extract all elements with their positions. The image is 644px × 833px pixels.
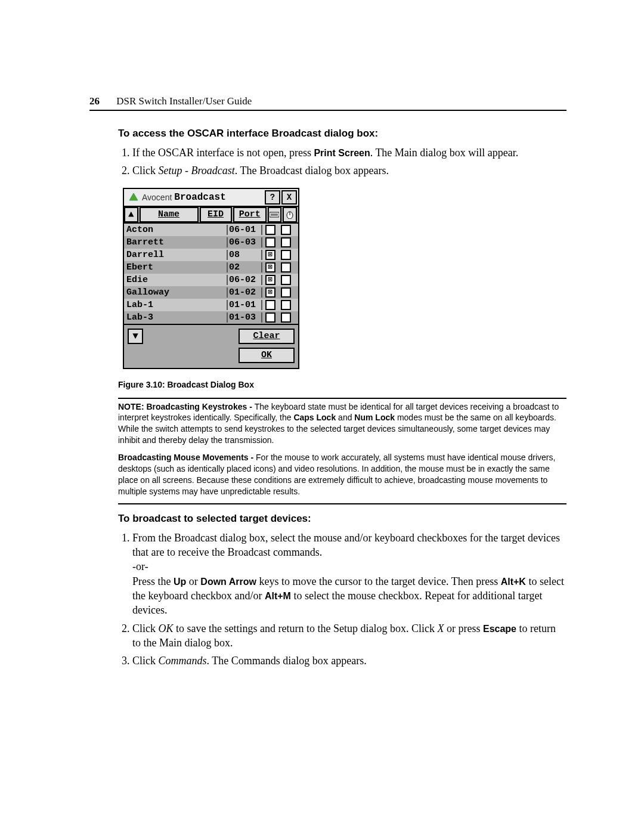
mouse-checkbox[interactable]: [281, 275, 291, 285]
column-header-port[interactable]: Port: [233, 207, 267, 222]
sort-up-button[interactable]: ▲: [124, 207, 138, 222]
device-name: Edie: [124, 275, 228, 285]
note-mouse: Broadcasting Mouse Movements - For the m…: [118, 452, 566, 497]
access-step-2: Click Setup - Broadcast. The Broadcast d…: [132, 163, 566, 178]
section-heading-broadcast: To broadcast to selected target devices:: [118, 513, 566, 525]
keyboard-checkbox[interactable]: ⊠: [265, 262, 275, 272]
broadcast-dialog: Avocent Broadcast ? X ▲ Name EID Port: [123, 188, 299, 369]
keyboard-checkbox[interactable]: ⊠: [265, 287, 275, 298]
device-port: 01-03: [228, 312, 262, 323]
mouse-checkbox[interactable]: [281, 225, 291, 235]
keyboard-checkbox[interactable]: ⊠: [265, 275, 275, 285]
mouse-checkbox[interactable]: [281, 250, 291, 260]
page-number: 26: [89, 95, 100, 107]
section-heading-access: To access the OSCAR interface Broadcast …: [118, 128, 566, 140]
access-steps: If the OSCAR interface is not open, pres…: [118, 145, 566, 178]
device-port: 01-01: [228, 300, 262, 310]
mouse-checkbox[interactable]: [281, 262, 291, 272]
device-list: Acton06-01Barrett06-03Darrell08⊠Ebert02⊠…: [124, 224, 298, 324]
device-port: 08: [228, 250, 262, 260]
device-port: 02: [228, 262, 262, 272]
mouse-column-icon: [283, 207, 297, 222]
keyboard-column-icon: [268, 207, 282, 222]
broadcast-step-2: Click OK to save the settings and return…: [132, 621, 566, 651]
table-row[interactable]: Acton06-01: [124, 224, 298, 236]
mouse-checkbox[interactable]: [281, 300, 291, 310]
device-port: 06-01: [228, 225, 262, 235]
broadcast-step-3: Click Commands. The Commands dialog box …: [132, 654, 566, 668]
table-row[interactable]: Galloway01-02⊠: [124, 286, 298, 299]
broadcast-step-1: From the Broadcast dialog box, select th…: [132, 531, 566, 618]
document-page: 26 DSR Switch Installer/User Guide To ac…: [0, 0, 644, 833]
device-port: 06-02: [228, 275, 262, 285]
column-header-name[interactable]: Name: [140, 207, 199, 222]
keyboard-checkbox[interactable]: [265, 225, 275, 235]
note-bottom-rule: [118, 503, 566, 504]
brand-label: Avocent: [142, 193, 172, 202]
mouse-checkbox[interactable]: [281, 312, 291, 323]
device-name: Darrell: [124, 250, 228, 260]
mouse-checkbox[interactable]: [281, 287, 291, 298]
figure-caption: Figure 3.10: Broadcast Dialog Box: [118, 380, 566, 389]
device-port: 06-03: [228, 237, 262, 247]
chevron-down-icon: ▼: [132, 331, 138, 342]
table-row[interactable]: Lab-101-01: [124, 299, 298, 311]
note-top-rule: [118, 398, 566, 399]
help-button[interactable]: ?: [265, 190, 280, 205]
table-row[interactable]: Barrett06-03: [124, 236, 298, 249]
column-header-eid[interactable]: EID: [200, 207, 232, 222]
device-name: Barrett: [124, 237, 228, 247]
keyboard-checkbox[interactable]: [265, 237, 275, 247]
clear-button[interactable]: Clear: [239, 329, 295, 344]
keyboard-checkbox[interactable]: [265, 300, 275, 310]
broadcast-steps: From the Broadcast dialog box, select th…: [118, 531, 566, 668]
table-row[interactable]: Lab-301-03: [124, 311, 298, 324]
device-port: 01-02: [228, 287, 262, 298]
table-row[interactable]: Darrell08⊠: [124, 249, 298, 261]
device-name: Lab-1: [124, 300, 228, 310]
column-header-row: ▲ Name EID Port: [124, 207, 298, 224]
close-button[interactable]: X: [281, 190, 297, 205]
device-name: Ebert: [124, 262, 228, 272]
dialog-title: Broadcast: [174, 192, 225, 203]
scroll-down-button[interactable]: ▼: [128, 329, 143, 344]
mouse-checkbox[interactable]: [281, 237, 291, 247]
table-row[interactable]: Edie06-02⊠: [124, 274, 298, 286]
header-rule: [89, 110, 566, 111]
guide-title: DSR Switch Installer/User Guide: [116, 95, 252, 107]
running-header: 26 DSR Switch Installer/User Guide: [89, 95, 566, 107]
keyboard-checkbox[interactable]: ⊠: [265, 250, 275, 260]
svg-rect-0: [270, 212, 279, 217]
chevron-up-icon: ▲: [128, 209, 134, 220]
avocent-logo-icon: [128, 191, 140, 203]
keyboard-checkbox[interactable]: [265, 312, 275, 323]
table-row[interactable]: Ebert02⊠: [124, 261, 298, 274]
device-name: Galloway: [124, 287, 228, 298]
access-step-1: If the OSCAR interface is not open, pres…: [132, 145, 566, 160]
device-name: Acton: [124, 225, 228, 235]
dialog-footer: ▼ Clear OK: [124, 324, 298, 368]
device-name: Lab-3: [124, 312, 228, 323]
dialog-titlebar: Avocent Broadcast ? X: [124, 189, 298, 207]
note-keystrokes: NOTE: Broadcasting Keystrokes - The keyb…: [118, 401, 566, 447]
ok-button[interactable]: OK: [239, 348, 295, 363]
